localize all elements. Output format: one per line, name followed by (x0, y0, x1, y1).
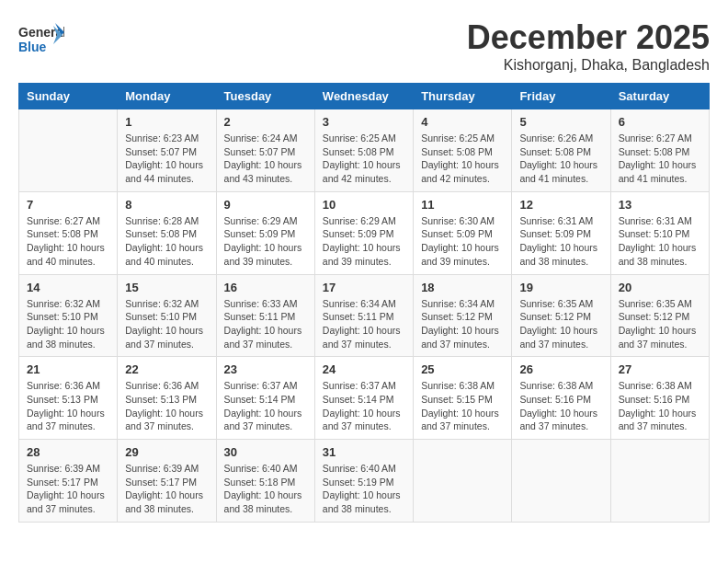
day-info: Sunrise: 6:39 AMSunset: 5:17 PMDaylight:… (125, 462, 208, 516)
week-row-5: 28Sunrise: 6:39 AMSunset: 5:17 PMDayligh… (19, 440, 710, 523)
day-info: Sunrise: 6:24 AMSunset: 5:07 PMDaylight:… (224, 132, 307, 186)
day-number: 12 (519, 198, 602, 212)
week-row-2: 7Sunrise: 6:27 AMSunset: 5:08 PMDaylight… (19, 191, 710, 274)
day-cell: 10Sunrise: 6:29 AMSunset: 5:09 PMDayligh… (314, 191, 413, 274)
day-cell: 26Sunrise: 6:38 AMSunset: 5:16 PMDayligh… (512, 357, 610, 440)
day-info: Sunrise: 6:33 AMSunset: 5:11 PMDaylight:… (224, 297, 307, 351)
day-cell: 6Sunrise: 6:27 AMSunset: 5:08 PMDaylight… (610, 109, 709, 192)
header-friday: Friday (512, 84, 610, 109)
day-cell: 24Sunrise: 6:37 AMSunset: 5:14 PMDayligh… (314, 357, 413, 440)
day-info: Sunrise: 6:34 AMSunset: 5:11 PMDaylight:… (323, 297, 405, 351)
header-monday: Monday (118, 84, 216, 109)
day-number: 9 (224, 198, 307, 212)
day-info: Sunrise: 6:37 AMSunset: 5:14 PMDaylight:… (224, 379, 307, 433)
day-cell: 18Sunrise: 6:34 AMSunset: 5:12 PMDayligh… (414, 274, 512, 357)
day-info: Sunrise: 6:32 AMSunset: 5:10 PMDaylight:… (27, 297, 109, 351)
day-number: 23 (224, 362, 307, 376)
day-cell: 28Sunrise: 6:39 AMSunset: 5:17 PMDayligh… (19, 440, 118, 523)
day-cell: 31Sunrise: 6:40 AMSunset: 5:19 PMDayligh… (314, 440, 413, 523)
day-info: Sunrise: 6:38 AMSunset: 5:16 PMDaylight:… (619, 379, 701, 433)
day-cell: 30Sunrise: 6:40 AMSunset: 5:18 PMDayligh… (216, 440, 314, 523)
day-info: Sunrise: 6:27 AMSunset: 5:08 PMDaylight:… (27, 214, 109, 269)
day-number: 31 (323, 445, 405, 459)
day-info: Sunrise: 6:35 AMSunset: 5:12 PMDaylight:… (519, 297, 602, 351)
day-cell: 16Sunrise: 6:33 AMSunset: 5:11 PMDayligh… (216, 274, 314, 357)
day-info: Sunrise: 6:32 AMSunset: 5:10 PMDaylight:… (125, 297, 208, 351)
day-cell: 12Sunrise: 6:31 AMSunset: 5:09 PMDayligh… (512, 191, 610, 274)
day-number: 6 (619, 115, 701, 129)
logo: General Blue (18, 18, 64, 60)
weekday-header-row: Sunday Monday Tuesday Wednesday Thursday… (19, 84, 710, 109)
month-title: December 2025 (467, 18, 710, 57)
day-number: 11 (421, 198, 504, 212)
day-number: 19 (519, 281, 602, 294)
day-number: 15 (125, 281, 208, 294)
day-cell: 27Sunrise: 6:38 AMSunset: 5:16 PMDayligh… (610, 357, 709, 440)
day-number: 20 (619, 281, 701, 294)
day-info: Sunrise: 6:26 AMSunset: 5:08 PMDaylight:… (519, 132, 602, 186)
day-cell: 17Sunrise: 6:34 AMSunset: 5:11 PMDayligh… (314, 274, 413, 357)
day-number: 5 (519, 115, 602, 129)
day-number: 16 (224, 281, 307, 294)
week-row-1: 1Sunrise: 6:23 AMSunset: 5:07 PMDaylight… (19, 109, 710, 192)
day-number: 14 (27, 281, 109, 294)
day-cell: 19Sunrise: 6:35 AMSunset: 5:12 PMDayligh… (512, 274, 610, 357)
day-cell: 20Sunrise: 6:35 AMSunset: 5:12 PMDayligh… (610, 274, 709, 357)
title-section: December 2025 Kishorganj, Dhaka, Banglad… (467, 18, 710, 74)
day-info: Sunrise: 6:34 AMSunset: 5:12 PMDaylight:… (421, 297, 504, 351)
day-cell: 8Sunrise: 6:28 AMSunset: 5:08 PMDaylight… (118, 191, 216, 274)
day-number: 30 (224, 445, 307, 459)
day-info: Sunrise: 6:30 AMSunset: 5:09 PMDaylight:… (421, 214, 504, 269)
day-info: Sunrise: 6:38 AMSunset: 5:16 PMDaylight:… (519, 379, 602, 433)
day-number: 13 (619, 198, 701, 212)
header-wednesday: Wednesday (314, 84, 413, 109)
day-info: Sunrise: 6:40 AMSunset: 5:19 PMDaylight:… (323, 462, 405, 516)
day-number: 29 (125, 445, 208, 459)
location-subtitle: Kishorganj, Dhaka, Bangladesh (467, 57, 710, 74)
day-number: 26 (519, 362, 602, 376)
day-number: 3 (323, 115, 405, 129)
day-cell: 11Sunrise: 6:30 AMSunset: 5:09 PMDayligh… (414, 191, 512, 274)
day-cell: 3Sunrise: 6:25 AMSunset: 5:08 PMDaylight… (314, 109, 413, 192)
day-cell: 4Sunrise: 6:25 AMSunset: 5:08 PMDaylight… (414, 109, 512, 192)
day-info: Sunrise: 6:23 AMSunset: 5:07 PMDaylight:… (125, 132, 208, 186)
day-info: Sunrise: 6:25 AMSunset: 5:08 PMDaylight:… (323, 132, 405, 186)
day-cell: 22Sunrise: 6:36 AMSunset: 5:13 PMDayligh… (118, 357, 216, 440)
day-cell: 21Sunrise: 6:36 AMSunset: 5:13 PMDayligh… (19, 357, 118, 440)
day-number: 18 (421, 281, 504, 294)
day-cell: 23Sunrise: 6:37 AMSunset: 5:14 PMDayligh… (216, 357, 314, 440)
day-cell (414, 440, 512, 523)
day-cell: 5Sunrise: 6:26 AMSunset: 5:08 PMDaylight… (512, 109, 610, 192)
week-row-3: 14Sunrise: 6:32 AMSunset: 5:10 PMDayligh… (19, 274, 710, 357)
day-number: 24 (323, 362, 405, 376)
day-number: 8 (125, 198, 208, 212)
day-info: Sunrise: 6:36 AMSunset: 5:13 PMDaylight:… (27, 379, 109, 433)
day-info: Sunrise: 6:28 AMSunset: 5:08 PMDaylight:… (125, 214, 208, 269)
day-number: 1 (125, 115, 208, 129)
day-info: Sunrise: 6:36 AMSunset: 5:13 PMDaylight:… (125, 379, 208, 433)
day-cell: 7Sunrise: 6:27 AMSunset: 5:08 PMDaylight… (19, 191, 118, 274)
header-tuesday: Tuesday (216, 84, 314, 109)
day-info: Sunrise: 6:29 AMSunset: 5:09 PMDaylight:… (323, 214, 405, 269)
day-number: 10 (323, 198, 405, 212)
day-info: Sunrise: 6:39 AMSunset: 5:17 PMDaylight:… (27, 462, 109, 516)
day-info: Sunrise: 6:29 AMSunset: 5:09 PMDaylight:… (224, 214, 307, 269)
day-number: 22 (125, 362, 208, 376)
svg-text:Blue: Blue (18, 40, 47, 54)
day-number: 27 (619, 362, 701, 376)
page-header: General Blue December 2025 Kishorganj, D… (18, 18, 710, 74)
day-cell: 25Sunrise: 6:38 AMSunset: 5:15 PMDayligh… (414, 357, 512, 440)
day-cell: 9Sunrise: 6:29 AMSunset: 5:09 PMDaylight… (216, 191, 314, 274)
day-number: 4 (421, 115, 504, 129)
header-sunday: Sunday (19, 84, 118, 109)
week-row-4: 21Sunrise: 6:36 AMSunset: 5:13 PMDayligh… (19, 357, 710, 440)
day-number: 25 (421, 362, 504, 376)
day-cell (610, 440, 709, 523)
day-cell: 2Sunrise: 6:24 AMSunset: 5:07 PMDaylight… (216, 109, 314, 192)
day-cell: 29Sunrise: 6:39 AMSunset: 5:17 PMDayligh… (118, 440, 216, 523)
day-number: 7 (27, 198, 109, 212)
day-cell: 13Sunrise: 6:31 AMSunset: 5:10 PMDayligh… (610, 191, 709, 274)
header-thursday: Thursday (414, 84, 512, 109)
day-info: Sunrise: 6:31 AMSunset: 5:10 PMDaylight:… (619, 214, 701, 269)
day-info: Sunrise: 6:40 AMSunset: 5:18 PMDaylight:… (224, 462, 307, 516)
